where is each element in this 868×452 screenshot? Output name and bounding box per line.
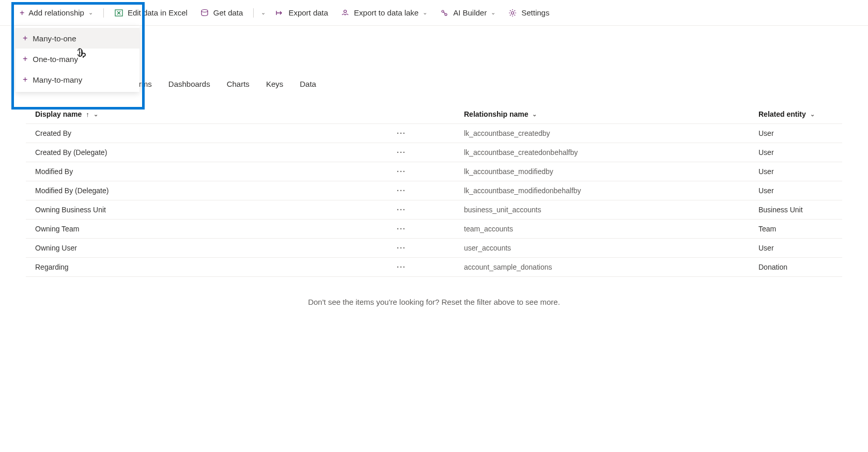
tab-data[interactable]: Data [300,80,316,92]
export-icon [275,8,284,18]
svg-point-3 [442,10,444,12]
chevron-down-icon: ⌄ [491,9,495,16]
col-relationship-name-label: Relationship name [464,110,528,118]
ai-icon [440,8,449,18]
cell-relationship: user_accounts [464,244,758,252]
cell-display: Owning Business Unit [35,206,397,214]
cell-relationship: lk_accountbase_createdonbehalfby [464,148,758,157]
chevron-down-icon: ⌄ [532,111,537,118]
settings-label: Settings [521,8,549,17]
table-row[interactable]: Modified By (Delegate) ··· lk_accountbas… [26,181,842,200]
add-relationship-menu: + Many-to-one + One-to-many + Many-to-ma… [16,26,140,92]
cell-display: Modified By (Delegate) [35,186,397,195]
empty-hint: Don't see the items you're looking for? … [0,298,868,306]
ai-builder-label: AI Builder [453,8,487,17]
tab-dashboards[interactable]: Dashboards [168,80,210,92]
export-data-label: Export data [288,8,328,17]
cell-relationship: lk_accountbase_modifiedby [464,167,758,176]
table-row[interactable]: Created By (Delegate) ··· lk_accountbase… [26,143,842,162]
more-icon[interactable]: ··· [397,186,464,195]
cell-display: Regarding [35,263,397,271]
menu-many-to-one-label: Many-to-one [33,34,76,43]
cell-display: Created By (Delegate) [35,148,397,157]
table-row[interactable]: Regarding ··· account_sample_donations D… [26,258,842,277]
plus-icon: + [23,34,27,43]
excel-icon [114,8,123,18]
more-icon[interactable]: ··· [397,206,464,214]
menu-many-to-many[interactable]: + Many-to-many [16,69,140,90]
get-data-label: Get data [213,8,243,17]
cell-display: Modified By [35,167,397,176]
export-data-button[interactable]: Export data [270,5,333,21]
cell-entity: Team [758,225,833,233]
database-icon [200,8,209,18]
relationships-table: Display name ↑ ⌄ Relationship name ⌄ Rel… [0,105,868,277]
svg-point-5 [512,11,514,14]
separator [103,8,104,18]
more-icon[interactable]: ··· [397,263,464,271]
menu-many-to-one[interactable]: + Many-to-one [16,28,140,49]
add-relationship-button[interactable]: + Add relationship ⌄ [14,5,98,21]
tab-keys[interactable]: Keys [266,80,283,92]
table-row[interactable]: Created By ··· lk_accountbase_createdby … [26,124,842,143]
more-icon[interactable]: ··· [397,129,464,137]
settings-button[interactable]: Settings [503,5,554,21]
table-row[interactable]: Owning User ··· user_accounts User [26,239,842,258]
col-relationship-name[interactable]: Relationship name ⌄ [464,110,758,118]
svg-point-1 [202,9,208,12]
svg-point-2 [344,10,347,12]
menu-many-to-many-label: Many-to-many [33,75,82,84]
more-icon[interactable]: ··· [397,167,464,176]
menu-one-to-many-label: One-to-many [33,55,78,64]
cell-display: Owning Team [35,225,397,233]
ai-builder-button[interactable]: AI Builder ⌄ [435,5,501,21]
col-display-name[interactable]: Display name ↑ ⌄ [35,110,397,118]
plus-icon: + [23,54,27,64]
cell-entity: User [758,244,833,252]
more-icon[interactable]: ··· [397,148,464,157]
cell-relationship: account_sample_donations [464,263,758,271]
table-row[interactable]: Owning Team ··· team_accounts Team [26,220,842,239]
edit-excel-label: Edit data in Excel [128,8,188,17]
svg-point-4 [445,13,447,15]
table-row[interactable]: Owning Business Unit ··· business_unit_a… [26,200,842,220]
cell-entity: User [758,129,833,137]
get-data-dropdown[interactable]: ⌄ [259,6,268,19]
lake-icon [340,8,350,18]
cell-relationship: lk_accountbase_createdby [464,129,758,137]
menu-one-to-many[interactable]: + One-to-many [16,49,140,69]
sort-asc-icon: ↑ [86,111,89,118]
more-icon[interactable]: ··· [397,225,464,233]
cell-entity: User [758,148,833,157]
plus-icon: + [20,8,24,18]
plus-icon: + [23,75,27,84]
col-display-name-label: Display name [35,110,82,118]
tab-charts[interactable]: Charts [227,80,250,92]
cell-relationship: team_accounts [464,225,758,233]
export-lake-button[interactable]: Export to data lake ⌄ [335,5,432,21]
chevron-down-icon: ⌄ [88,9,93,16]
cell-entity: User [758,186,833,195]
table-header: Display name ↑ ⌄ Relationship name ⌄ Rel… [26,105,842,124]
chevron-down-icon: ⌄ [261,9,266,16]
separator [253,8,254,18]
chevron-down-icon: ⌄ [423,9,427,16]
cell-entity: User [758,167,833,176]
export-lake-label: Export to data lake [354,8,419,17]
table-row[interactable]: Modified By ··· lk_accountbase_modifiedb… [26,162,842,181]
toolbar: + Add relationship ⌄ Edit data in Excel … [0,0,868,26]
cell-display: Owning User [35,244,397,252]
cell-display: Created By [35,129,397,137]
get-data-button[interactable]: Get data [195,5,249,21]
cell-relationship: lk_accountbase_modifiedonbehalfby [464,186,758,195]
gear-icon [508,8,517,18]
edit-excel-button[interactable]: Edit data in Excel [109,5,193,21]
chevron-down-icon: ⌄ [810,111,815,118]
cell-entity: Donation [758,263,833,271]
col-related-entity-label: Related entity [758,110,806,118]
col-related-entity[interactable]: Related entity ⌄ [758,110,833,118]
cell-relationship: business_unit_accounts [464,206,758,214]
cell-entity: Business Unit [758,206,833,214]
add-relationship-label: Add relationship [28,8,84,17]
more-icon[interactable]: ··· [397,244,464,252]
